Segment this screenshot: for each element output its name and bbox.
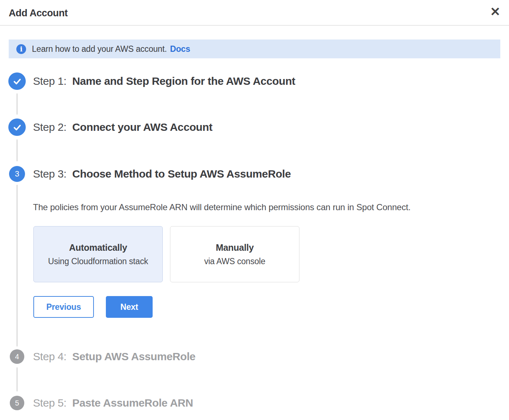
step-5-indicator: 5	[10, 396, 24, 410]
checkmark-icon	[12, 76, 22, 86]
method-title: Automatically	[69, 242, 127, 253]
step-label: Step 2:	[33, 121, 66, 133]
step-label: Step 5:	[33, 397, 66, 409]
step-connector	[17, 140, 17, 161]
step-1-indicator	[8, 72, 26, 90]
step-label: Step 4:	[33, 350, 66, 362]
step-name: Name and Step Region for the AWS Account	[72, 75, 295, 87]
step-name: Choose Method to Setup AWS AssumeRole	[72, 168, 291, 180]
step-label: Step 3:	[33, 168, 66, 180]
step-name: Connect your AWS Account	[72, 121, 212, 133]
step-number: 3	[15, 169, 19, 179]
add-account-modal: Add Account ✕ i Learn how to add your AW…	[0, 0, 509, 420]
step-3-title: Step 3:Choose Method to Setup AWS Assume…	[33, 167, 291, 181]
next-button[interactable]: Next	[106, 296, 153, 318]
step-2-title: Step 2:Connect your AWS Account	[33, 120, 212, 134]
step-3-actions: Previous Next	[33, 296, 153, 318]
checkmark-icon	[12, 122, 22, 132]
step-4-indicator: 4	[10, 349, 24, 364]
previous-button[interactable]: Previous	[33, 296, 94, 318]
step-4-title: Step 4:Setup AWS AssumeRole	[33, 349, 195, 364]
close-icon: ✕	[490, 4, 501, 19]
method-subtitle: Using Cloudformation stack	[48, 257, 148, 266]
modal-header: Add Account ✕	[0, 0, 509, 26]
step-name: Paste AssumeRole ARN	[72, 397, 193, 409]
banner-text: Learn how to add your AWS account.	[32, 44, 167, 54]
method-options: Automatically Using Cloudformation stack…	[33, 226, 299, 282]
step-1-title: Step 1:Name and Step Region for the AWS …	[33, 74, 295, 88]
step-connector	[17, 185, 17, 346]
step-label: Step 1:	[33, 75, 66, 87]
step-2-indicator	[8, 118, 26, 136]
step-3-indicator: 3	[9, 166, 25, 182]
step-name: Setup AWS AssumeRole	[72, 350, 195, 362]
step-3-description: The policies from your AssumeRole ARN wi…	[33, 201, 410, 213]
method-card-automatically[interactable]: Automatically Using Cloudformation stack	[33, 226, 163, 282]
info-icon: i	[16, 44, 26, 54]
step-connector	[17, 367, 17, 391]
step-number: 4	[15, 353, 19, 361]
step-5-title: Step 5:Paste AssumeRole ARN	[33, 396, 193, 410]
docs-link[interactable]: Docs	[170, 44, 190, 54]
step-number: 5	[15, 399, 19, 407]
step-connector	[17, 93, 17, 115]
close-button[interactable]: ✕	[488, 4, 502, 19]
info-banner: i Learn how to add your AWS account. Doc…	[9, 39, 500, 58]
method-subtitle: via AWS console	[204, 257, 265, 266]
modal-title: Add Account	[9, 5, 68, 21]
method-card-manually[interactable]: Manually via AWS console	[170, 226, 299, 282]
method-title: Manually	[216, 242, 254, 253]
